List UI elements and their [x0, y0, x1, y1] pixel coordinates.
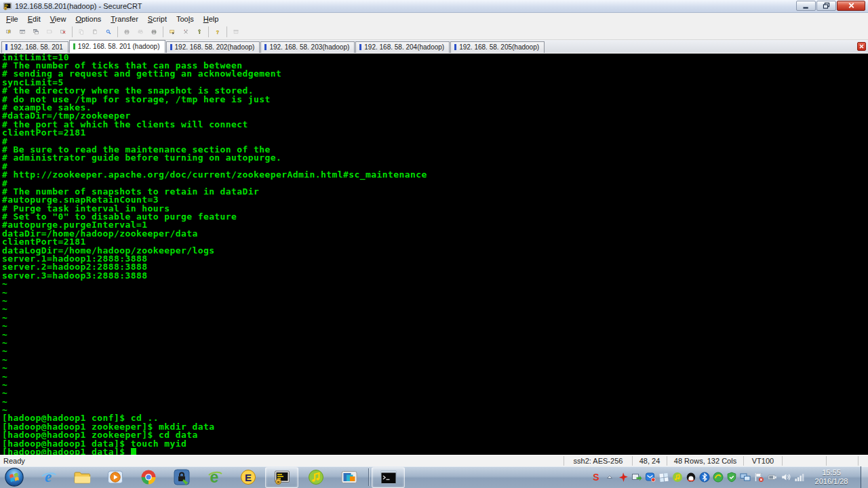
key-agent-icon[interactable]: [193, 26, 206, 39]
print-preview-icon: [134, 26, 147, 39]
connect-in-tab-icon[interactable]: [29, 26, 43, 39]
sogou-s-icon[interactable]: S: [591, 472, 601, 483]
terminal-line: ~: [2, 339, 868, 347]
status-segment-4: VT100: [743, 456, 782, 466]
qq-music-tray-icon[interactable]: [672, 472, 683, 483]
paste-icon: [88, 26, 102, 39]
menubar: FileEditViewOptionsTransferScriptToolsHe…: [0, 13, 868, 25]
session-options-icon[interactable]: [165, 26, 179, 39]
taskbar-icon-browser-360[interactable]: e: [199, 468, 231, 487]
tray-expand-icon[interactable]: [604, 472, 615, 483]
tab-status-icon: [454, 44, 456, 50]
menu-view[interactable]: View: [45, 14, 71, 24]
safe-360-icon[interactable]: [713, 472, 724, 483]
terminal-line: # http://zookeeper.apache.org/doc/curren…: [2, 171, 868, 179]
terminal-line: # example sakes.: [2, 104, 868, 112]
terminal-line: # the port at which the clients will con…: [2, 121, 868, 129]
session-tab-1[interactable]: 192. 168. 58. 201: [1, 41, 68, 53]
disconnect-icon[interactable]: [56, 26, 70, 39]
menu-script[interactable]: Script: [143, 14, 172, 24]
help-icon[interactable]: ?: [211, 26, 224, 39]
taskbar-icon-cmd[interactable]: [372, 467, 405, 488]
show-desktop-button[interactable]: [861, 466, 868, 488]
terminal-line: ~: [2, 289, 868, 297]
terminal-line: clientPort=2181: [2, 129, 868, 137]
menu-edit[interactable]: Edit: [23, 14, 45, 24]
tab-label: 192. 168. 58. 202(hadoop): [175, 43, 255, 51]
session-tab-3[interactable]: 192. 168. 58. 202(hadoop): [166, 41, 260, 53]
quick-connect-icon[interactable]: [2, 26, 16, 39]
taskbar-icon-qq-music[interactable]: [300, 468, 332, 487]
web-browser-icon: [229, 26, 243, 39]
app-icon: [3, 1, 12, 11]
taskbar-icon-explorer[interactable]: [66, 468, 98, 487]
toolbar: ?: [0, 25, 868, 40]
minimize-button[interactable]: [796, 1, 816, 11]
signal-icon[interactable]: [794, 472, 805, 483]
securecrt-window: 192.168.58.201(hadoop) - SecureCRT FileE…: [0, 0, 868, 466]
taskbar-icon-vmware[interactable]: [333, 468, 365, 487]
menu-tools[interactable]: Tools: [172, 14, 199, 24]
taskbar-icon-lock-download[interactable]: [165, 468, 197, 487]
terminal-line: [hadoop@hadoop1 data]$ touch myid: [2, 440, 868, 448]
status-ready-text: Ready: [0, 457, 564, 465]
session-tab-4[interactable]: 192. 168. 58. 203(hadoop): [260, 41, 355, 53]
qq-icon[interactable]: [686, 472, 696, 483]
global-options-icon[interactable]: [179, 26, 193, 39]
mail-shield-icon[interactable]: [645, 472, 656, 483]
taskbar-icon-internet-explorer[interactable]: e: [33, 468, 64, 487]
terminal-line: # sending a request and getting an ackno…: [2, 70, 868, 78]
terminal-line: server.3=hadoop3:2888:3888: [2, 272, 868, 280]
titlebar[interactable]: 192.168.58.201(hadoop) - SecureCRT: [0, 0, 868, 13]
window-controls: [796, 1, 865, 11]
tab-close-button[interactable]: [857, 42, 866, 51]
start-button[interactable]: [4, 467, 24, 487]
action-flag-icon[interactable]: [753, 472, 764, 483]
volume-icon[interactable]: [781, 472, 791, 483]
tab-label: 192. 168. 58. 204(hadoop): [364, 43, 444, 51]
tab-status-icon: [359, 44, 361, 50]
restore-button[interactable]: [816, 1, 836, 11]
terminal-line: ~: [2, 297, 868, 305]
bluetooth-icon[interactable]: [699, 472, 710, 483]
menu-transfer[interactable]: Transfer: [106, 14, 143, 24]
tab-status-icon: [264, 44, 267, 50]
taskbar-icon-ultraedit[interactable]: E: [232, 468, 264, 487]
windows-flag-icon[interactable]: [658, 472, 669, 483]
toolbar-separator: [226, 26, 227, 37]
menu-file[interactable]: File: [1, 14, 23, 24]
shield-360-icon[interactable]: [726, 472, 737, 483]
session-tab-5[interactable]: 192. 168. 58. 204(hadoop): [355, 41, 450, 53]
toolbar-separator: [117, 26, 118, 37]
find-icon[interactable]: [102, 26, 115, 39]
screenshot-icon[interactable]: [631, 472, 642, 483]
session-tabs: 192. 168. 58. 201192. 168. 58. 201 (hado…: [0, 39, 857, 53]
session-tab-6[interactable]: 192. 168. 58. 205(hadoop): [450, 41, 545, 53]
reconnect-icon: [43, 26, 56, 39]
print-icon[interactable]: [147, 26, 161, 39]
terminal-line: # do not use /tmp for storage, /tmp here…: [2, 96, 868, 104]
red-plane-icon[interactable]: [618, 472, 629, 483]
terminal-line: ~: [2, 364, 868, 372]
toolbar-separator: [163, 26, 163, 37]
status-segment-3: 48 Rows, 132 Cols: [667, 456, 743, 466]
battery-icon[interactable]: [767, 472, 778, 483]
connect-icon[interactable]: [16, 26, 29, 39]
system-tray: S: [591, 472, 805, 483]
taskbar-icon-media-player[interactable]: [99, 468, 131, 487]
network-pc-icon[interactable]: [740, 472, 751, 483]
terminal-cursor: [131, 448, 136, 455]
session-tab-2[interactable]: 192. 168. 58. 201 (hadoop): [69, 40, 165, 53]
clock-time: 15:55: [806, 468, 856, 477]
tab-status-icon: [73, 43, 75, 49]
print-eject-icon[interactable]: [120, 26, 134, 39]
menu-options[interactable]: Options: [71, 14, 106, 24]
terminal-output[interactable]: initLimit=10# The number of ticks that c…: [0, 54, 868, 455]
tab-label: 192. 168. 58. 201: [10, 43, 63, 51]
status-segment-6: [826, 456, 858, 466]
menu-help[interactable]: Help: [199, 14, 224, 24]
taskbar-icon-chrome[interactable]: [132, 468, 164, 487]
taskbar-clock[interactable]: 15:55 2016/1/28: [806, 468, 856, 486]
close-button[interactable]: [837, 1, 865, 11]
taskbar-icon-securecrt[interactable]: [265, 467, 298, 488]
